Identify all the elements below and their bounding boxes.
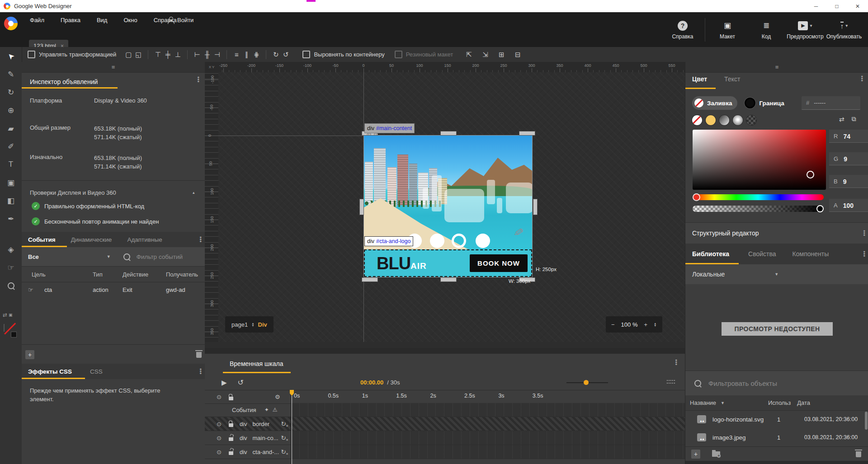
loop-disabled-icon[interactable]: ↻ <box>281 448 286 455</box>
playhead-line[interactable] <box>292 396 292 464</box>
tab-text[interactable]: Текст <box>724 75 740 83</box>
color-field-cursor[interactable] <box>807 171 814 178</box>
panel-drag-handle[interactable]: ≡ <box>22 62 205 73</box>
align-top-icon[interactable]: ⊤ <box>153 51 163 59</box>
resize-handle[interactable] <box>519 131 535 136</box>
hex-input[interactable]: # ------ <box>802 96 860 110</box>
event-row[interactable]: ☞ cta action Exit gwd-ad <box>22 281 205 298</box>
red-field[interactable]: R 74 <box>829 130 868 143</box>
events-menu-icon[interactable]: ••• <box>199 236 201 243</box>
layout-button[interactable]: ▣Макет <box>708 15 747 44</box>
swatch-checker[interactable] <box>746 115 756 125</box>
event-warning-icon[interactable]: ⚠ <box>273 407 278 413</box>
border-track[interactable] <box>291 417 685 431</box>
rotate-cw-icon[interactable]: ↻ <box>271 51 281 59</box>
select-tool[interactable]: ➤ <box>0 47 22 65</box>
align-hcenter-icon[interactable]: ╫ <box>202 51 212 58</box>
chevron-down-icon[interactable]: ▼ <box>107 254 111 259</box>
chevron-down-icon[interactable]: ▼ <box>774 272 778 277</box>
css-menu-icon[interactable]: ••• <box>199 368 201 375</box>
tab-properties[interactable]: Свойства <box>748 250 776 258</box>
stroke-color-chip[interactable] <box>11 332 17 337</box>
tab-color[interactable]: Цвет <box>692 75 707 83</box>
tab-css[interactable]: CSS <box>90 368 103 375</box>
fluid-layout-checkbox[interactable]: Резиновый макет <box>395 51 453 58</box>
tab-adaptive[interactable]: Адаптивные <box>127 236 162 243</box>
fill-toggle[interactable]: Заливка <box>692 96 737 110</box>
scope-select[interactable]: Локальные <box>692 271 725 278</box>
lock-open-icon[interactable] <box>229 451 233 455</box>
carousel-dot-filled[interactable] <box>430 234 444 248</box>
layer-row-main-content[interactable]: ⊙ div main-co... ↻ <box>205 431 291 445</box>
color-menu-icon[interactable]: ••• <box>861 75 863 82</box>
rotate-ccw-icon[interactable]: ↺ <box>281 51 291 59</box>
free-transform-icon[interactable]: ▢ <box>123 51 133 59</box>
align-right-icon[interactable]: ⊣ <box>212 51 222 59</box>
asset-row[interactable]: ▲▲ image3.jpeg 1 03.08.2021, 20:36:00 <box>685 428 868 446</box>
zoom-tool[interactable] <box>0 277 22 295</box>
breadcrumb-element[interactable]: Div <box>258 321 267 328</box>
close-button[interactable]: ✕ <box>847 0 868 12</box>
visibility-icon[interactable]: ⊙ <box>217 435 222 441</box>
resize-handle[interactable] <box>440 131 457 136</box>
add-css-effect-button[interactable]: + <box>25 350 34 359</box>
eraser-tool[interactable]: ▰ <box>0 119 22 137</box>
pen-tool[interactable]: ✐ <box>0 137 22 155</box>
dropdown-caret-icon[interactable]: ▾ <box>845 23 848 28</box>
main-content-track[interactable] <box>291 431 685 445</box>
tag-tool[interactable]: ◈ <box>0 240 22 258</box>
swap-fill-icon[interactable]: ⇄ <box>839 116 844 123</box>
fill-tool[interactable]: ◧ <box>0 192 22 210</box>
border-toggle[interactable]: Граница <box>745 98 784 108</box>
zoom-value[interactable]: 100 % <box>621 321 638 328</box>
transform-checkbox[interactable]: Управлять трансформацией <box>28 51 116 58</box>
color-field[interactable] <box>693 130 826 190</box>
dropdown-caret-icon[interactable]: ▾ <box>810 23 812 28</box>
cta-bar[interactable]: BLU AIR BOOK NOW <box>364 249 532 277</box>
col-used[interactable]: Использ <box>768 399 791 406</box>
timeline-zoom-knob[interactable] <box>584 380 589 385</box>
layer-row-cta-and-logo[interactable]: ⊙ div cta-and-... ↻ <box>205 445 291 459</box>
resize-handle[interactable] <box>359 199 364 215</box>
menu-item-2[interactable]: Вид <box>89 12 116 28</box>
resize-handle[interactable] <box>362 277 378 282</box>
eyedropper-tool[interactable]: ✒ <box>0 210 22 228</box>
resize-handle[interactable] <box>440 277 457 282</box>
spacing-icon[interactable]: ⋕ <box>251 51 261 59</box>
grip-icon[interactable] <box>667 380 675 384</box>
rotate-3d-tool[interactable]: ↻ <box>0 83 22 101</box>
ad-element[interactable]: (0, 0) div #main-content <box>364 136 532 277</box>
alpha-knob[interactable] <box>817 206 823 211</box>
library-menu-icon[interactable]: ••• <box>863 251 865 257</box>
tab-events[interactable]: События <box>28 236 56 243</box>
text-tool[interactable]: T <box>0 155 22 173</box>
trash-icon[interactable] <box>856 451 861 457</box>
hand-tool[interactable]: ☞ <box>0 258 22 277</box>
menu-item-1[interactable]: Правка <box>52 12 89 28</box>
swatch-none[interactable] <box>692 115 702 125</box>
panel-drag-handle[interactable]: ≡ <box>685 62 868 73</box>
scale-transform-icon[interactable]: ◱ <box>133 51 143 59</box>
blue-field[interactable]: B 9 <box>829 175 868 188</box>
align-bottom-icon[interactable]: ⊥ <box>173 51 183 59</box>
add-folder-icon[interactable] <box>712 451 720 457</box>
library-scroll-thumb[interactable] <box>865 412 868 430</box>
breadcrumb-stepper-icon[interactable]: ▲▼ <box>251 322 254 327</box>
tab-library[interactable]: Библиотека <box>692 250 729 258</box>
green-field[interactable]: G 9 <box>829 152 868 165</box>
timeline-menu-icon[interactable]: ••• <box>675 359 677 366</box>
alpha-field[interactable]: A 100 <box>829 199 868 212</box>
translate-3d-tool[interactable]: ⊕ <box>0 101 22 119</box>
remove-view-icon[interactable]: ⊟ <box>513 51 523 59</box>
col-name[interactable]: Название <box>690 399 716 406</box>
structure-menu-icon[interactable]: ••• <box>863 230 865 236</box>
play-button[interactable]: ▶ <box>222 379 227 387</box>
swatch-radial[interactable] <box>733 115 743 125</box>
tab-components[interactable]: Компоненты <box>793 250 829 258</box>
collapse-page-icon[interactable]: ⇲ <box>480 51 490 59</box>
preview-button[interactable]: ▶▾Предпросмотр <box>786 15 825 44</box>
asset-row[interactable]: ▲▲ logo-horizontal.svg 1 03.08.2021, 20:… <box>685 410 868 428</box>
add-asset-button[interactable]: + <box>691 450 700 459</box>
distribute-v-icon[interactable]: ≡ <box>231 51 241 58</box>
menu-item-0[interactable]: Файл <box>22 12 52 28</box>
